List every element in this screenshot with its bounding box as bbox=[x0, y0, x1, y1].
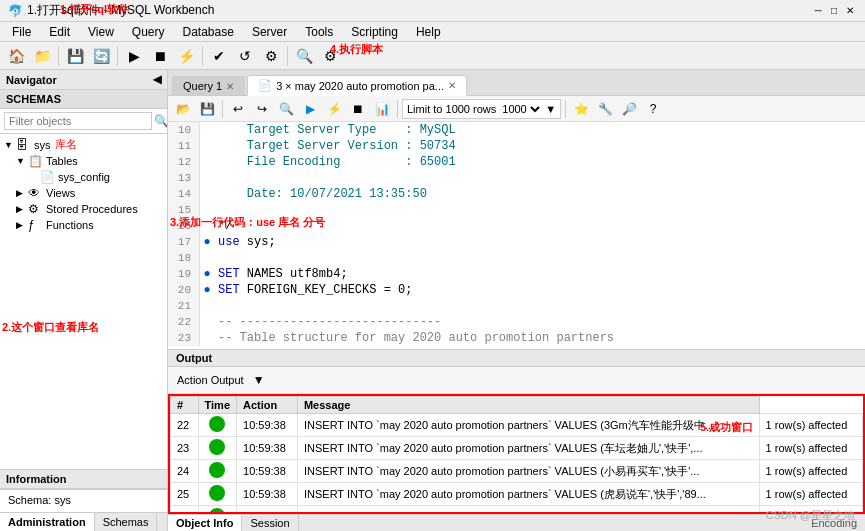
row-time: 10:59:38 bbox=[237, 414, 298, 437]
menu-query[interactable]: Query bbox=[124, 23, 173, 41]
open-button[interactable]: 📁 bbox=[30, 44, 54, 68]
code-line-19: 19●SET NAMES utf8mb4; bbox=[168, 266, 865, 282]
format-button[interactable]: 🔧 bbox=[594, 98, 616, 120]
explain-ed-button[interactable]: 📊 bbox=[371, 98, 393, 120]
line-content[interactable]: Target Server Version : 50734 bbox=[214, 138, 865, 154]
refresh-button[interactable]: 🔄 bbox=[89, 44, 113, 68]
line-dot: ● bbox=[200, 266, 214, 282]
main-toolbar: 🏠 📁 💾 🔄 ▶ ⏹ ⚡ ✔ ↺ ⚙ 🔍 ⚙ bbox=[0, 42, 865, 70]
toolbar-separator-1 bbox=[58, 46, 59, 66]
settings-button[interactable]: ⚙ bbox=[318, 44, 342, 68]
menu-file[interactable]: File bbox=[4, 23, 39, 41]
tab-may2020[interactable]: 📄 3 × may 2020 auto promotion pa... ✕ bbox=[247, 75, 467, 96]
menu-database[interactable]: Database bbox=[175, 23, 242, 41]
new-connection-button[interactable]: 🏠 bbox=[4, 44, 28, 68]
filter-input[interactable] bbox=[4, 112, 152, 130]
tree-item-stored-procedures[interactable]: ▶ ⚙ Stored Procedures bbox=[0, 201, 167, 217]
object-info-tab[interactable]: Object Info bbox=[168, 515, 242, 531]
line-number: 23 bbox=[168, 330, 200, 346]
bookmark-button[interactable]: ⭐ bbox=[570, 98, 592, 120]
line-content[interactable]: -- ---------------------------- bbox=[214, 314, 865, 330]
tree-item-sys[interactable]: ▼ 🗄 sys 库名 bbox=[0, 136, 167, 153]
row-num: 25 bbox=[171, 483, 199, 506]
line-content[interactable]: Date: 10/07/2021 13:35:50 bbox=[214, 186, 865, 202]
close-button[interactable]: ✕ bbox=[843, 4, 857, 18]
tab-query1-close[interactable]: ✕ bbox=[226, 81, 234, 92]
line-content[interactable]: SET NAMES utf8mb4; bbox=[214, 266, 865, 282]
line-content[interactable]: SET FOREIGN_KEY_CHECKS = 0; bbox=[214, 282, 865, 298]
views-icon: 👁 bbox=[28, 186, 44, 200]
limit-select[interactable]: 1000 200 500 bbox=[498, 102, 543, 116]
line-number: 14 bbox=[168, 186, 200, 202]
main-layout: Navigator ◀ SCHEMAS 🔍 ▼ 🗄 sys bbox=[0, 70, 865, 531]
code-editor[interactable]: 10 Target Server Type : MySQL11 Target S… bbox=[168, 122, 865, 349]
line-number: 22 bbox=[168, 314, 200, 330]
line-number: 11 bbox=[168, 138, 200, 154]
tree-item-tables[interactable]: ▼ 📋 Tables bbox=[0, 153, 167, 169]
code-line-15: 15 bbox=[168, 202, 865, 218]
table-row: 2610:59:38SET FOREIGN_KEY_CHECKS = 10 ro… bbox=[171, 506, 863, 515]
execute-button[interactable]: ▶ bbox=[122, 44, 146, 68]
navigator-icon[interactable]: ◀ bbox=[153, 73, 161, 86]
undo-button[interactable]: ↩ bbox=[227, 98, 249, 120]
rollback-button[interactable]: ↺ bbox=[233, 44, 257, 68]
menu-help[interactable]: Help bbox=[408, 23, 449, 41]
tree-item-views[interactable]: ▶ 👁 Views bbox=[0, 185, 167, 201]
commit-button[interactable]: ✔ bbox=[207, 44, 231, 68]
row-num: 24 bbox=[171, 460, 199, 483]
output-dropdown-icon: ▼ bbox=[253, 373, 265, 387]
minimize-button[interactable]: ─ bbox=[811, 4, 825, 18]
redo-button[interactable]: ↪ bbox=[251, 98, 273, 120]
stop-ed-button[interactable]: ⏹ bbox=[347, 98, 369, 120]
line-content[interactable]: */ bbox=[214, 218, 865, 234]
output-table: # Time Action Message 2210:59:38INSERT I… bbox=[168, 394, 865, 514]
row-message: 0 row(s) affected bbox=[759, 506, 862, 515]
schema-annotation: 库名 bbox=[55, 137, 77, 152]
menu-scripting[interactable]: Scripting bbox=[343, 23, 406, 41]
tab-may2020-close[interactable]: ✕ bbox=[448, 80, 456, 91]
search-button[interactable]: 🔍 bbox=[292, 44, 316, 68]
admin-tab[interactable]: Administration bbox=[0, 513, 95, 531]
menu-tools[interactable]: Tools bbox=[297, 23, 341, 41]
row-time: 10:59:38 bbox=[237, 460, 298, 483]
menu-server[interactable]: Server bbox=[244, 23, 295, 41]
open-file-button[interactable]: 📂 bbox=[172, 98, 194, 120]
menu-bar: File Edit View Query Database Server Too… bbox=[0, 22, 865, 42]
line-number: 15 bbox=[168, 202, 200, 218]
code-line-14: 14 Date: 10/07/2021 13:35:50 bbox=[168, 186, 865, 202]
nav-tabs-bar: Administration Schemas bbox=[0, 512, 167, 531]
save-button[interactable]: 💾 bbox=[63, 44, 87, 68]
info-content: Schema: sys bbox=[0, 489, 167, 512]
line-content[interactable]: File Encoding : 65001 bbox=[214, 154, 865, 170]
save-file-button[interactable]: 💾 bbox=[196, 98, 218, 120]
line-content[interactable]: -- Table structure for may 2020 auto pro… bbox=[214, 330, 865, 346]
row-num: 23 bbox=[171, 437, 199, 460]
search-ed-button[interactable]: 🔍 bbox=[275, 98, 297, 120]
tree-label-functions: Functions bbox=[46, 219, 94, 231]
auto-commit-button[interactable]: ⚙ bbox=[259, 44, 283, 68]
line-content[interactable]: use sys; bbox=[214, 234, 865, 250]
line-dot: ● bbox=[200, 234, 214, 250]
help-button[interactable]: ? bbox=[642, 98, 664, 120]
zoom-button[interactable]: 🔎 bbox=[618, 98, 640, 120]
tree-label-views: Views bbox=[46, 187, 75, 199]
tree-item-functions[interactable]: ▶ ƒ Functions bbox=[0, 217, 167, 233]
tree-item-sys-config[interactable]: 📄 sys_config bbox=[0, 169, 167, 185]
maximize-button[interactable]: □ bbox=[827, 4, 841, 18]
navigator-header: Navigator ◀ bbox=[0, 70, 167, 90]
success-icon bbox=[209, 462, 225, 478]
schemas-tab[interactable]: Schemas bbox=[95, 513, 158, 531]
explain-button[interactable]: ⚡ bbox=[174, 44, 198, 68]
schema-info: Schema: sys bbox=[8, 494, 159, 506]
code-line-13: 13 bbox=[168, 170, 865, 186]
action-output-btn[interactable]: Action Output bbox=[172, 369, 249, 391]
exec-all-button[interactable]: ▶ bbox=[299, 98, 321, 120]
session-tab[interactable]: Session bbox=[242, 515, 298, 531]
stop-button[interactable]: ⏹ bbox=[148, 44, 172, 68]
tab-may2020-icon: 📄 bbox=[258, 79, 272, 92]
menu-edit[interactable]: Edit bbox=[41, 23, 78, 41]
exec-selected-button[interactable]: ⚡ bbox=[323, 98, 345, 120]
line-content[interactable]: Target Server Type : MySQL bbox=[214, 122, 865, 138]
menu-view[interactable]: View bbox=[80, 23, 122, 41]
tab-query1[interactable]: Query 1 ✕ bbox=[172, 76, 245, 95]
